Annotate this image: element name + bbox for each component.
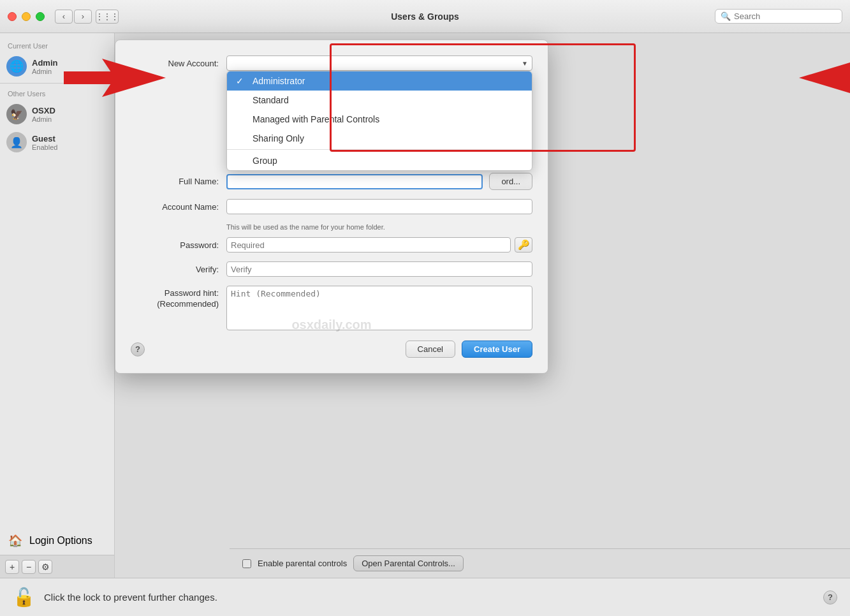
new-account-label: New Account:: [131, 59, 226, 68]
account-name-input[interactable]: [226, 199, 532, 214]
forward-button[interactable]: ›: [74, 10, 92, 24]
status-bar: 🔓 Click the lock to prevent further chan…: [0, 578, 850, 616]
account-type-selector[interactable]: ▼: [226, 55, 532, 71]
login-options-label: Login Options: [29, 535, 92, 546]
login-options[interactable]: 🏠 Login Options: [0, 527, 114, 555]
status-text: Click the lock to prevent further change…: [44, 592, 217, 603]
sidebar-divider: [0, 83, 114, 84]
cancel-button[interactable]: Cancel: [406, 341, 455, 358]
search-icon: 🔍: [721, 11, 731, 21]
help-button[interactable]: ?: [131, 342, 145, 356]
admin-name: Admin: [32, 58, 57, 68]
house-icon: 🏠: [6, 532, 24, 550]
admin-role: Admin: [32, 68, 57, 75]
dropdown-item-group[interactable]: Group: [227, 151, 532, 170]
dropdown-label-group: Group: [253, 156, 277, 166]
guest-name: Guest: [32, 134, 57, 143]
search-input[interactable]: [734, 11, 837, 21]
check-icon: ✓: [236, 76, 247, 86]
sidebar-item-guest[interactable]: 👤 Guest Enabled: [0, 128, 114, 156]
title-bar: ‹ › ⋮⋮⋮ Users & Groups 🔍: [0, 0, 850, 33]
home-folder-note: This will be used as the name for your h…: [226, 223, 532, 231]
account-name-row: Account Name:: [131, 199, 532, 214]
dropdown-item-sharing[interactable]: Sharing Only: [227, 129, 532, 148]
traffic-lights: [8, 12, 45, 21]
osxd-role: Admin: [32, 115, 55, 123]
key-button[interactable]: 🔑: [515, 237, 532, 253]
hint-row: Password hint: (Recommended): [131, 286, 532, 330]
other-users-label: Other Users: [0, 86, 114, 100]
sidebar-item-osxd[interactable]: 🦅 OSXD Admin: [0, 100, 114, 128]
nav-buttons: ‹ ›: [55, 10, 92, 24]
dropdown-label-sharing: Sharing Only: [253, 133, 304, 143]
account-name-label: Account Name:: [131, 202, 226, 212]
verify-label: Verify:: [131, 265, 226, 274]
grid-button[interactable]: ⋮⋮⋮: [96, 10, 119, 24]
hint-sublabel: (Recommended): [131, 299, 219, 310]
add-user-button[interactable]: +: [5, 560, 19, 574]
avatar-admin: 🌐: [6, 56, 27, 77]
hint-input[interactable]: [226, 286, 532, 330]
lock-icon[interactable]: 🔓: [13, 587, 35, 608]
maximize-button[interactable]: [36, 12, 45, 21]
hint-label: Password hint:: [131, 288, 219, 299]
new-account-row: New Account: ▼ ✓ Administrator: [131, 55, 532, 71]
password-label: Password:: [131, 240, 226, 250]
minimize-button[interactable]: [22, 12, 31, 21]
search-box[interactable]: 🔍: [715, 9, 842, 24]
password-row: Password: 🔑: [131, 237, 532, 253]
new-account-dialog: New Account: ▼ ✓ Administrator: [115, 40, 548, 374]
dialog-buttons: ? Cancel Create User: [131, 341, 532, 358]
avatar-guest: 👤: [6, 132, 27, 152]
full-name-label: Full Name:: [131, 177, 226, 186]
dropdown-divider: [227, 149, 532, 150]
create-user-button[interactable]: Create User: [462, 341, 532, 358]
dropdown-item-standard[interactable]: Standard: [227, 91, 532, 110]
back-button[interactable]: ‹: [55, 10, 73, 24]
verify-input[interactable]: [226, 261, 532, 277]
dialog-overlay: New Account: ▼ ✓ Administrator: [115, 33, 850, 578]
sidebar-item-admin[interactable]: 🌐 Admin Admin: [0, 52, 114, 80]
dropdown-label-managed: Managed with Parental Controls: [253, 114, 379, 124]
new-account-selector-container[interactable]: ▼ ✓ Administrator Standard: [226, 55, 532, 71]
dropdown-label-administrator: Administrator: [253, 76, 305, 86]
verify-row: Verify:: [131, 261, 532, 277]
help-button-bottom[interactable]: ?: [823, 590, 837, 605]
sidebar-bottom-bar: + − ⚙: [0, 555, 114, 578]
password-input[interactable]: [226, 237, 511, 253]
dropdown-arrow-icon: ▼: [522, 60, 528, 67]
dropdown-item-managed[interactable]: Managed with Parental Controls: [227, 110, 532, 129]
settings-button[interactable]: ⚙: [38, 560, 52, 574]
full-name-input[interactable]: [226, 174, 483, 189]
current-users-label: Current User: [0, 38, 114, 52]
main-area: Current User 🌐 Admin Admin Other Users 🦅…: [0, 33, 850, 578]
osxd-name: OSXD: [32, 106, 55, 115]
password-button[interactable]: ord...: [489, 173, 532, 190]
remove-user-button[interactable]: −: [22, 560, 36, 574]
content-panel: New Account: ▼ ✓ Administrator: [115, 33, 850, 578]
window-title: Users & Groups: [391, 11, 459, 22]
sidebar: Current User 🌐 Admin Admin Other Users 🦅…: [0, 33, 115, 578]
close-button[interactable]: [8, 12, 17, 21]
guest-role: Enabled: [32, 143, 57, 151]
avatar-osxd: 🦅: [6, 104, 27, 124]
dropdown-item-administrator[interactable]: ✓ Administrator: [227, 71, 532, 91]
dropdown-label-standard: Standard: [253, 95, 289, 105]
full-name-row: Full Name: ord...: [131, 173, 532, 190]
account-type-dropdown[interactable]: ✓ Administrator Standard Managed with Pa: [226, 71, 532, 171]
